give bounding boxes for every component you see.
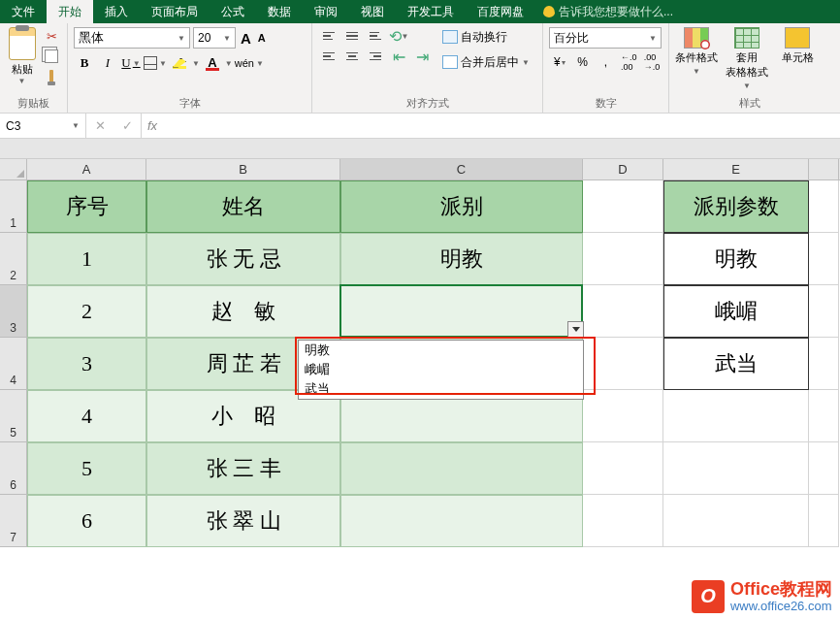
cell-B1[interactable]: 姓名 bbox=[146, 180, 340, 233]
orientation-button[interactable]: ⟲▼ bbox=[388, 27, 409, 45]
fx-icon[interactable]: fx bbox=[142, 114, 163, 138]
cell-D7[interactable] bbox=[583, 495, 663, 547]
cell-F3[interactable] bbox=[809, 285, 839, 338]
cancel-formula-button[interactable]: ✕ bbox=[86, 118, 113, 133]
bold-button[interactable]: B bbox=[74, 52, 95, 74]
cell-A7[interactable]: 6 bbox=[27, 495, 146, 547]
cell-A5[interactable]: 4 bbox=[27, 390, 146, 442]
tab-home[interactable]: 开始 bbox=[47, 0, 93, 23]
tab-baidu-netdisk[interactable]: 百度网盘 bbox=[466, 0, 535, 23]
underline-button[interactable]: U▼ bbox=[120, 52, 142, 74]
cell-B6[interactable]: 张 三 丰 bbox=[146, 442, 340, 495]
row-header-2[interactable]: 2 bbox=[0, 233, 27, 285]
cell-D4[interactable] bbox=[583, 338, 663, 390]
tab-developer[interactable]: 开发工具 bbox=[396, 0, 466, 23]
cell-C6[interactable] bbox=[340, 442, 583, 495]
tab-data[interactable]: 数据 bbox=[256, 0, 303, 23]
chevron-down-icon[interactable]: ▼ bbox=[225, 59, 233, 68]
select-all-corner[interactable] bbox=[0, 159, 27, 179]
cell-D3[interactable] bbox=[583, 285, 663, 338]
col-header-b[interactable]: B bbox=[146, 159, 340, 179]
format-painter-button[interactable] bbox=[42, 68, 61, 85]
increase-font-button[interactable]: A bbox=[239, 30, 253, 47]
copy-button[interactable] bbox=[42, 48, 61, 65]
cell-B7[interactable]: 张 翠 山 bbox=[146, 495, 340, 547]
cell-C2[interactable]: 明教 bbox=[340, 233, 583, 285]
cell-E5[interactable] bbox=[663, 390, 809, 442]
cell-F2[interactable] bbox=[809, 233, 839, 285]
col-header-f[interactable] bbox=[809, 159, 839, 179]
cell-D2[interactable] bbox=[583, 233, 663, 285]
italic-button[interactable]: I bbox=[97, 52, 118, 74]
cell-F5[interactable] bbox=[809, 390, 839, 442]
fill-color-button[interactable] bbox=[169, 52, 190, 74]
tab-formulas[interactable]: 公式 bbox=[210, 0, 256, 23]
align-bottom-button[interactable] bbox=[365, 27, 386, 45]
increase-decimal-button[interactable]: ←.0.00 bbox=[618, 52, 639, 72]
chevron-down-icon[interactable]: ▼ bbox=[192, 59, 200, 68]
enter-formula-button[interactable]: ✓ bbox=[113, 118, 141, 133]
cell-A6[interactable]: 5 bbox=[27, 442, 146, 495]
number-format-select[interactable]: 百分比▼ bbox=[549, 27, 662, 49]
align-center-button[interactable] bbox=[341, 48, 363, 65]
font-size-select[interactable]: 20▼ bbox=[193, 27, 236, 49]
decrease-font-button[interactable]: A bbox=[256, 32, 268, 44]
row-header-7[interactable]: 7 bbox=[0, 495, 27, 547]
borders-button[interactable]: ▼ bbox=[144, 52, 167, 74]
row-header-5[interactable]: 5 bbox=[0, 390, 27, 442]
wrap-text-button[interactable]: 自动换行 bbox=[442, 27, 530, 47]
conditional-format-button[interactable]: 条件格式▼ bbox=[675, 27, 718, 76]
name-box[interactable]: C3▼ bbox=[0, 114, 86, 138]
cell-F1[interactable] bbox=[809, 180, 839, 233]
row-header-4[interactable]: 4 bbox=[0, 338, 27, 390]
align-top-button[interactable] bbox=[318, 27, 339, 45]
align-middle-button[interactable] bbox=[341, 27, 363, 45]
cell-E3[interactable]: 峨嵋 bbox=[663, 285, 809, 338]
cell-A3[interactable]: 2 bbox=[27, 285, 146, 338]
comma-button[interactable]: , bbox=[596, 52, 617, 72]
col-header-a[interactable]: A bbox=[27, 159, 146, 179]
cell-C7[interactable] bbox=[340, 495, 583, 547]
cell-D6[interactable] bbox=[583, 442, 663, 495]
align-right-button[interactable] bbox=[365, 48, 386, 65]
phonetic-button[interactable]: wén▼ bbox=[235, 52, 264, 74]
cell-E6[interactable] bbox=[663, 442, 809, 495]
col-header-c[interactable]: C bbox=[340, 159, 583, 179]
cell-B2[interactable]: 张 无 忌 bbox=[146, 233, 340, 285]
cell-F4[interactable] bbox=[809, 338, 839, 390]
row-header-3[interactable]: 3 bbox=[0, 285, 27, 338]
format-as-table-button[interactable]: 套用 表格格式▼ bbox=[726, 27, 768, 90]
currency-button[interactable]: ¥▾ bbox=[549, 52, 570, 72]
align-left-button[interactable] bbox=[318, 48, 339, 65]
cell-E1[interactable]: 派别参数 bbox=[663, 180, 809, 233]
merge-center-button[interactable]: 合并后居中▼ bbox=[442, 52, 530, 72]
font-name-select[interactable]: 黑体▼ bbox=[74, 27, 190, 49]
decrease-decimal-button[interactable]: .00→.0 bbox=[641, 52, 662, 72]
cell-E7[interactable] bbox=[663, 495, 809, 547]
decrease-indent-button[interactable]: ⇤ bbox=[388, 48, 409, 65]
formula-input[interactable] bbox=[163, 114, 840, 138]
cell-F7[interactable] bbox=[809, 495, 839, 547]
tab-view[interactable]: 视图 bbox=[349, 0, 396, 23]
cell-B3[interactable]: 赵 敏 bbox=[146, 285, 340, 338]
col-header-d[interactable]: D bbox=[583, 159, 663, 179]
font-color-button[interactable]: A bbox=[202, 52, 223, 74]
tab-insert[interactable]: 插入 bbox=[93, 0, 140, 23]
cut-button[interactable]: ✂ bbox=[42, 27, 61, 45]
row-header-6[interactable]: 6 bbox=[0, 442, 27, 495]
tab-page-layout[interactable]: 页面布局 bbox=[140, 0, 210, 23]
row-header-1[interactable]: 1 bbox=[0, 180, 27, 233]
cell-E2[interactable]: 明教 bbox=[663, 233, 809, 285]
tab-review[interactable]: 审阅 bbox=[303, 0, 349, 23]
cell-A1[interactable]: 序号 bbox=[27, 180, 146, 233]
cell-E4[interactable]: 武当 bbox=[663, 338, 809, 390]
increase-indent-button[interactable]: ⇥ bbox=[411, 48, 433, 65]
cell-A4[interactable]: 3 bbox=[27, 338, 146, 390]
paste-button[interactable]: 粘贴 ▼ bbox=[6, 27, 38, 85]
dropdown-item[interactable]: 峨嵋 bbox=[299, 360, 583, 379]
percent-button[interactable]: % bbox=[572, 52, 594, 72]
cell-C3[interactable] bbox=[340, 285, 583, 338]
cell-D5[interactable] bbox=[583, 390, 663, 442]
cell-F6[interactable] bbox=[809, 442, 839, 495]
dropdown-item[interactable]: 武当 bbox=[299, 379, 583, 399]
